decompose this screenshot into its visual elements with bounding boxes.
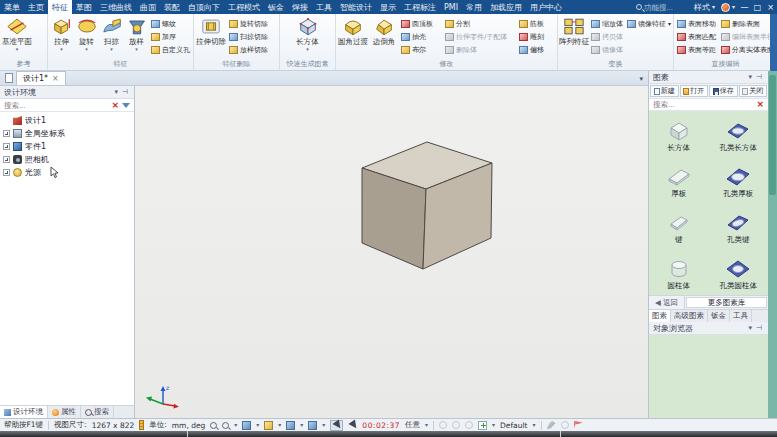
dome-button[interactable]: 圆顶板 [399, 17, 443, 30]
zoom-window-icon[interactable] [222, 422, 229, 429]
snap-filter-label[interactable]: 任意 [405, 420, 420, 430]
tab-primitive[interactable]: 图素 [649, 310, 671, 322]
style-dropdown[interactable]: 样式 ▾ [691, 0, 718, 14]
datum-plane-button[interactable]: 基准平面 ▾ [1, 16, 33, 51]
layer-selector[interactable]: Default [500, 421, 527, 430]
tab-advanced-primitive[interactable]: 高级图素 [671, 310, 708, 322]
primitive-item-plate[interactable]: 厚板 [649, 159, 709, 205]
box-primitive-button[interactable]: 长方体 ▾ [292, 16, 324, 51]
tree-item-part1[interactable]: 零件1 [0, 140, 134, 153]
menu-tab-feature[interactable]: 特征 [48, 0, 72, 14]
menu-tab-sheet-metal[interactable]: 钣金 [264, 0, 288, 14]
revolve-cut-button[interactable]: 旋转切除 [227, 17, 270, 30]
pattern-feature-button[interactable]: 阵列特征 [559, 16, 589, 47]
expand-icon[interactable] [3, 169, 10, 176]
add-layer-icon[interactable] [478, 421, 487, 430]
document-tab-design1[interactable]: 设计1* × [16, 71, 66, 85]
filter-circle-icon-1[interactable] [439, 421, 447, 429]
filter-icon[interactable] [122, 103, 130, 108]
menu-tab-load-app[interactable]: 加载应用 [486, 0, 526, 14]
render-mode-icon[interactable] [264, 421, 273, 430]
back-button[interactable]: ◀返回 [649, 296, 685, 309]
expand-icon[interactable] [3, 130, 10, 137]
rib-button[interactable]: 筋板 [517, 17, 546, 30]
menu-tab-annotation[interactable]: 工程标注 [400, 0, 440, 14]
close-doc-button[interactable]: 关闭 [739, 85, 768, 97]
pointer-alt-icon[interactable] [348, 421, 357, 430]
more-library-button[interactable]: 更多图素库 [686, 297, 767, 308]
view-orientation-icon[interactable] [242, 421, 251, 430]
fillet-button[interactable]: 圆角过渡 [337, 16, 369, 47]
tab-tools-lib[interactable]: 工具 [730, 310, 752, 322]
object-browser-area[interactable] [649, 335, 768, 418]
pin-icon[interactable]: ⊣ [120, 88, 130, 96]
revolve-button[interactable]: 旋转 ▾ [74, 16, 99, 51]
menu-tab-welding[interactable]: 焊接 [288, 0, 312, 14]
menu-tab-sketch[interactable]: 草图 [72, 0, 96, 14]
close-button[interactable]: × [764, 0, 777, 14]
document-tab-close-icon[interactable]: × [52, 74, 59, 83]
primitive-item-hole-cylinder[interactable]: 孔类圆柱体 [709, 251, 769, 297]
chevron-down-icon[interactable]: ▾ [112, 88, 120, 96]
pin-icon[interactable]: ⊣ [754, 324, 764, 332]
clear-search-icon[interactable]: × [756, 100, 764, 109]
face-offset-button[interactable]: 表面等距 [675, 43, 719, 56]
delete-face-button[interactable]: 删除表面 [719, 17, 776, 30]
menu-tab-pmi[interactable]: PMI [440, 0, 462, 14]
menu-tab-smart-design[interactable]: 智能设计 [336, 0, 376, 14]
menu-tab-user-center[interactable]: 用户中心 [526, 0, 566, 14]
tab-properties[interactable]: 属性 [48, 406, 81, 418]
filter-circle-icon-3[interactable] [465, 421, 473, 429]
menu-tab-tools[interactable]: 工具 [312, 0, 336, 14]
loft-cut-button[interactable]: 放样切除 [227, 43, 270, 56]
3d-box-model[interactable] [135, 86, 648, 418]
pin-icon[interactable]: ⊣ [754, 73, 764, 81]
primitive-item-cylinder[interactable]: 圆柱体 [649, 251, 709, 297]
primitive-item-key[interactable]: 键 [649, 205, 709, 251]
select-mode-active[interactable] [330, 420, 343, 431]
extrude-button[interactable]: 拉伸 ▾ [49, 16, 74, 51]
tab-design-environment[interactable]: 设计环境 [0, 406, 48, 418]
restore-button[interactable]: □ [751, 0, 764, 14]
filter-circle-icon-2[interactable] [452, 421, 460, 429]
function-search-input[interactable] [644, 2, 688, 12]
custom-hole-button[interactable]: 自定义孔 [149, 43, 192, 56]
tree-item-light[interactable]: 光源 [0, 166, 134, 179]
primitive-item-box[interactable]: 长方体 [649, 113, 709, 159]
annotate-icon[interactable] [547, 421, 556, 430]
3d-viewport[interactable]: z [135, 86, 648, 418]
thicken-button[interactable]: 加厚 [149, 30, 192, 43]
user-account-menu[interactable]: ▾ [718, 0, 738, 14]
tree-search-input[interactable] [4, 101, 108, 110]
loft-button[interactable]: 放样 ▾ [124, 16, 149, 51]
new-button[interactable]: 新建 [650, 85, 679, 97]
tab-sheet-metal-lib[interactable]: 钣金 [708, 310, 730, 322]
split-button[interactable]: 分割 [443, 17, 517, 30]
alert-flag-icon[interactable] [574, 421, 583, 430]
sweep-cut-button[interactable]: 扫掠切除 [227, 30, 270, 43]
face-match-button[interactable]: 表面匹配 [675, 30, 719, 43]
menu-tab-3d-curve[interactable]: 三维曲线 [96, 0, 136, 14]
menu-tab-top-down[interactable]: 自顶向下 [184, 0, 224, 14]
menu-tab-display[interactable]: 显示 [376, 0, 400, 14]
tab-list-chevron-icon[interactable]: ▾ [634, 75, 648, 85]
mirror-feature-button[interactable]: 镜像特征▾ [625, 17, 673, 30]
scrollbar-thumb[interactable] [769, 75, 776, 195]
section-view-icon[interactable] [308, 421, 317, 430]
primitive-item-hole-key[interactable]: 孔类键 [709, 205, 769, 251]
chamfer-button[interactable]: 边倒角 [369, 16, 399, 47]
chevron-down-icon[interactable]: ▾ [746, 324, 754, 332]
split-solid-face-button[interactable]: 分离实体表面 [719, 43, 776, 56]
minimize-button[interactable]: — [738, 0, 751, 14]
chevron-down-icon[interactable]: ▾ [746, 73, 754, 81]
function-search-box[interactable] [633, 0, 691, 14]
tree-item-global-csys[interactable]: 全局坐标系 [0, 127, 134, 140]
tree-item-design1[interactable]: 设计1 [0, 114, 134, 127]
menu-tab-menu[interactable]: 菜单 [0, 0, 24, 14]
menu-tab-home[interactable]: 主页 [24, 0, 48, 14]
clear-search-icon[interactable]: × [111, 101, 119, 110]
tree-item-camera[interactable]: 照相机 [0, 153, 134, 166]
expand-icon[interactable] [3, 156, 10, 163]
thread-button[interactable]: 螺纹 [149, 17, 192, 30]
primitive-item-hole-plate[interactable]: 孔类厚板 [709, 159, 769, 205]
